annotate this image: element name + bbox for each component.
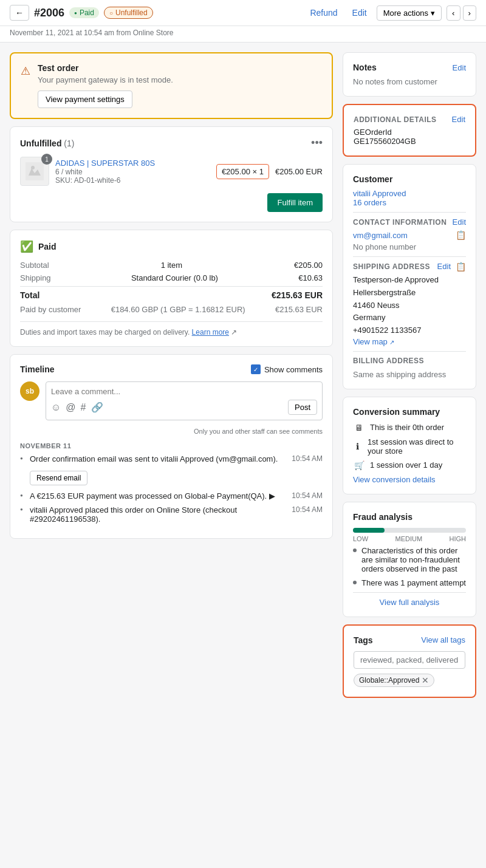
conversion-card: Conversion summary 🖥 This is their 0th o… [343, 397, 476, 494]
fraud-title: Fraud analysis [353, 512, 412, 522]
tags-title: Tags [354, 635, 373, 645]
fraud-bullet-1 [353, 581, 357, 584]
tag-label: Globale::Approved [359, 676, 419, 685]
customer-orders-link[interactable]: 16 orders [353, 198, 466, 207]
attachment-icon[interactable]: 🔗 [91, 402, 103, 413]
notes-edit-link[interactable]: Edit [453, 63, 466, 72]
info-icon: ℹ [353, 440, 363, 453]
quantity-badge: 1 [41, 154, 52, 165]
product-variant: 6 / white [55, 168, 210, 176]
view-map-link[interactable]: View map ↗ [353, 337, 394, 346]
fulfill-item-button[interactable]: Fulfill item [267, 193, 323, 212]
show-comments-checkbox[interactable] [251, 364, 261, 374]
notes-empty: No notes from customer [353, 77, 437, 86]
conversion-title: Conversion summary [353, 407, 440, 417]
fraud-item-0: Characteristics of this order are simila… [353, 546, 466, 573]
paid-icon: ✅ [20, 240, 33, 253]
fraud-label-high: HIGH [449, 535, 466, 542]
customer-card: Customer vitalii Approved 16 orders CONT… [343, 164, 476, 389]
conversion-item-2: 🛒 1 session over 1 day [353, 459, 466, 471]
post-comment-button[interactable]: Post [288, 400, 317, 415]
edit-button[interactable]: Edit [347, 5, 372, 20]
cart-icon: 🛒 [353, 459, 365, 471]
timeline-title: Timeline [20, 364, 55, 374]
unfulfilled-title: Unfulfilled (1) [20, 138, 74, 148]
unfulfilled-more-button[interactable]: ••• [311, 137, 323, 149]
warning-desc: Your payment gateway is in test mode. [38, 75, 173, 84]
more-actions-button[interactable]: More actions ▾ [377, 5, 442, 21]
timeline-card: Timeline Show comments sb ☺ @ # 🔗 Post [10, 354, 333, 539]
order-number: #2006 [34, 7, 64, 19]
chevron-down-icon: ▾ [431, 9, 435, 18]
view-conversion-link[interactable]: View conversion details [353, 475, 466, 484]
paid-by-row: Paid by customer €184.60 GBP (1 GBP = 1.… [20, 305, 323, 314]
conversion-item-0: 🖥 This is their 0th order [353, 422, 466, 434]
comment-input[interactable] [51, 387, 317, 396]
prev-order-button[interactable]: ‹ [447, 5, 460, 21]
copy-email-icon[interactable]: 📋 [456, 230, 466, 240]
shipping-address: Testperson-de Approved Hellersbergstraße… [353, 274, 466, 337]
product-row: 1 ADIDAS | SUPERSTAR 80S 6 / white SKU: … [20, 157, 323, 186]
subtotal-row: Subtotal 1 item €205.00 [20, 261, 323, 270]
comment-area: sb ☺ @ # 🔗 Post [20, 381, 323, 420]
emoji-icon[interactable]: ☺ [51, 402, 61, 413]
total-row: Total €215.63 EUR [20, 286, 323, 300]
contact-edit-link[interactable]: Edit [453, 217, 466, 227]
fraud-item-1: There was 1 payment attempt [353, 578, 466, 587]
tags-input[interactable] [354, 651, 465, 669]
monitor-icon: 🖥 [353, 422, 365, 434]
tags-card: Tags View all tags Globale::Approved ✕ [343, 624, 476, 698]
billing-same-text: Same as shipping address [353, 370, 466, 379]
timeline-event: Order confirmation email was sent to vit… [20, 454, 323, 463]
customer-email-link[interactable]: vm@gmail.com [353, 231, 408, 240]
view-all-tags-link[interactable]: View all tags [421, 635, 465, 644]
customer-name-link[interactable]: vitalii Approved [353, 189, 466, 198]
paid-title: Paid [38, 242, 56, 251]
test-order-card: ⚠ Test order Your payment gateway is in … [10, 52, 333, 119]
additional-edit-link[interactable]: Edit [452, 115, 465, 124]
notes-title: Notes [353, 63, 377, 72]
line-total: €205.00 EUR [275, 167, 323, 176]
contact-info-title: CONTACT INFORMATION [353, 218, 447, 227]
duties-note: Duties and import taxes may be charged o… [20, 321, 323, 337]
tag-remove-button[interactable]: ✕ [422, 675, 429, 685]
fraud-label-low: LOW [353, 535, 368, 542]
order-subtitle: November 11, 2021 at 10:54 am from Onlin… [0, 26, 486, 43]
unfulfilled-badge: Unfulfilled [104, 7, 153, 19]
copy-address-icon[interactable]: 📋 [456, 262, 466, 272]
timeline-event: vitalii Approved placed this order on On… [20, 505, 323, 524]
shipping-row: Shipping Standard Courier (0.0 lb) €10.6… [20, 273, 323, 282]
comment-input-wrap[interactable]: ☺ @ # 🔗 Post [46, 381, 323, 420]
additional-title: ADDITIONAL DETAILS [354, 115, 437, 124]
shipping-edit-link[interactable]: Edit [437, 262, 451, 272]
staff-note: Only you and other staff can see comment… [20, 428, 323, 435]
show-comments-toggle[interactable]: Show comments [251, 364, 323, 374]
conversion-item-1: ℹ 1st session was direct to your store [353, 437, 466, 456]
timeline-event: A €215.63 EUR payment was processed on G… [20, 491, 323, 501]
refund-button[interactable]: Refund [305, 5, 342, 20]
hashtag-icon[interactable]: # [81, 402, 86, 413]
fraud-card: Fraud analysis LOW MEDIUM HIGH Character… [343, 502, 476, 617]
paid-badge: Paid [69, 7, 99, 18]
product-name-link[interactable]: ADIDAS | SUPERSTAR 80S [55, 159, 210, 168]
shipping-address-title: SHIPPING ADDRESS [353, 262, 430, 271]
svg-rect-0 [26, 162, 44, 180]
fraud-bar-fill [353, 528, 385, 533]
fraud-bar: LOW MEDIUM HIGH [353, 528, 466, 542]
unit-price-box: €205.00 × 1 [216, 164, 269, 179]
learn-more-link[interactable]: Learn more [192, 328, 229, 337]
external-link-icon: ↗ [389, 339, 394, 346]
show-comments-label: Show comments [264, 365, 323, 374]
mention-icon[interactable]: @ [66, 402, 75, 413]
user-avatar: sb [20, 381, 39, 401]
view-payment-settings-button[interactable]: View payment settings [38, 91, 132, 108]
notes-card: Notes Edit No notes from customer [343, 52, 476, 97]
resend-email-button[interactable]: Resend email [30, 471, 87, 485]
warning-title: Test order [38, 63, 173, 73]
view-full-analysis-link[interactable]: View full analysis [353, 592, 466, 607]
next-order-button[interactable]: › [463, 5, 476, 21]
additional-details-card: ADDITIONAL DETAILS Edit GEOrderId GE1755… [343, 104, 476, 157]
back-button[interactable]: ← [10, 5, 29, 21]
product-thumbnail: 1 [20, 157, 49, 186]
payment-card: ✅ Paid Subtotal 1 item €205.00 Shipping … [10, 230, 333, 347]
